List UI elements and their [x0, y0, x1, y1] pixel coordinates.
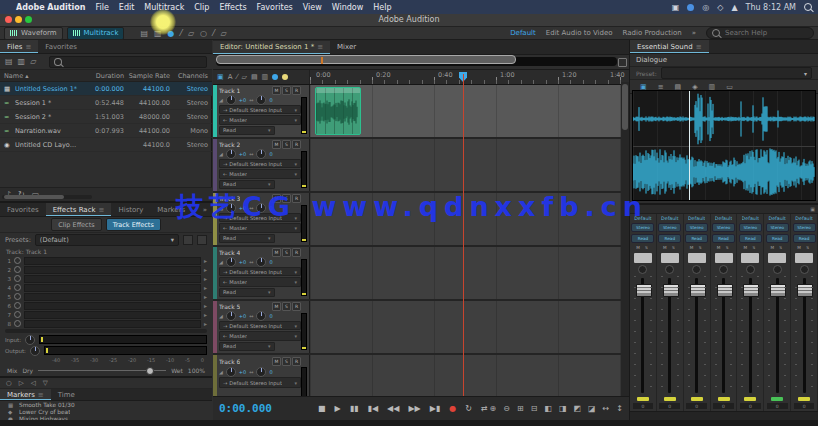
- help-search-input[interactable]: [723, 28, 807, 38]
- strip-automation-button[interactable]: Read: [766, 234, 789, 243]
- fast-forward-button[interactable]: ▶▶: [408, 404, 420, 413]
- strip-mode-button[interactable]: Stereo: [766, 223, 789, 232]
- strip-fader[interactable]: [630, 276, 656, 395]
- workspace-default[interactable]: Default: [510, 29, 536, 37]
- track-output-select[interactable]: ←Master▾: [219, 223, 301, 232]
- output-gain-knob[interactable]: [30, 346, 40, 356]
- strip-knob[interactable]: [800, 265, 809, 274]
- pan-knob[interactable]: [256, 257, 266, 267]
- move-tool-icon[interactable]: ▤: [140, 29, 148, 38]
- track-effects-button[interactable]: Track Effects: [106, 218, 161, 231]
- save-preset-icon[interactable]: [183, 235, 193, 245]
- razor-icon[interactable]: ⁄: [236, 73, 237, 81]
- zoom-out-amplitude-button[interactable]: ⊟: [531, 404, 538, 413]
- strip-mute-solo[interactable]: M S: [717, 245, 731, 251]
- strip-pan-control[interactable]: [688, 253, 706, 263]
- text-tool-icon[interactable]: A: [228, 73, 233, 81]
- fader-handle[interactable]: [690, 284, 706, 297]
- fader-handle[interactable]: [636, 284, 652, 297]
- zoom-out-time-button[interactable]: ⊖: [503, 404, 510, 413]
- track-input-select[interactable]: →Default Stereo Input▾: [219, 377, 301, 388]
- volume-knob[interactable]: [226, 203, 236, 213]
- pause-button[interactable]: ▮▮: [350, 404, 359, 413]
- menubar-clock[interactable]: Thu 8:12 AM: [746, 3, 796, 12]
- marker-row[interactable]: ◆ Lower Cry of beat: [0, 408, 212, 415]
- track-header[interactable]: Track 3 MSR ◢ +0 ↔ 0 →Default Stereo Inp…: [213, 193, 310, 245]
- strip-fader[interactable]: [737, 276, 763, 395]
- fader-handle[interactable]: [743, 284, 759, 297]
- mix-slider[interactable]: [38, 370, 166, 371]
- track-output-select[interactable]: ←Master▾: [219, 169, 301, 178]
- delete-preset-icon[interactable]: [197, 235, 207, 245]
- pan-knob[interactable]: [256, 149, 266, 159]
- time-selection-tool-icon[interactable]: ⁄: [181, 29, 182, 38]
- track-input-select[interactable]: →Default Stereo Input▾: [219, 105, 301, 114]
- zoom-selection-button[interactable]: ◩: [573, 404, 581, 413]
- tab-time[interactable]: Time: [51, 389, 82, 400]
- files-column-headers[interactable]: Name ▴ Duration Sample Rate Channels: [0, 70, 212, 82]
- stop-button[interactable]: ■: [318, 404, 326, 413]
- track-lane[interactable]: [310, 139, 629, 191]
- playhead-line[interactable]: [463, 74, 464, 396]
- effect-slot[interactable]: 3▸: [0, 274, 212, 283]
- effect-slot[interactable]: 8▸: [0, 319, 212, 328]
- record-arm-button[interactable]: R: [292, 248, 301, 257]
- track-lane[interactable]: [310, 193, 629, 245]
- strip-mute-solo[interactable]: M S: [744, 245, 758, 251]
- track-lane[interactable]: [310, 247, 629, 299]
- menu-effects[interactable]: Effects: [219, 3, 246, 12]
- power-icon[interactable]: [14, 266, 21, 273]
- time-display-icon[interactable]: ▣: [217, 73, 224, 81]
- strip-pan-control[interactable]: [715, 253, 733, 263]
- metronome-icon[interactable]: [282, 74, 288, 80]
- multitrack-view-button[interactable]: Multitrack: [67, 27, 125, 40]
- strip-automation-button[interactable]: Read: [712, 234, 735, 243]
- panel-menu-icon[interactable]: ≡: [25, 43, 31, 51]
- solo-button[interactable]: S: [282, 248, 291, 257]
- import-file-icon[interactable]: ▤: [5, 57, 13, 66]
- tab-mixer[interactable]: Mixer: [330, 41, 363, 54]
- pan-knob[interactable]: [256, 203, 266, 213]
- automation-mode-select[interactable]: Read▾: [219, 126, 275, 135]
- file-row[interactable]: ≈ Session 2 * 1:51.003 48000.00 Stereo: [0, 110, 212, 124]
- strip-pan-control[interactable]: [741, 253, 759, 263]
- power-icon[interactable]: [14, 320, 21, 327]
- volume-knob[interactable]: [226, 257, 236, 267]
- move-next-button[interactable]: ▶▮: [430, 404, 441, 413]
- solo-button[interactable]: S: [282, 86, 291, 95]
- automation-mode-select[interactable]: Read▾: [219, 180, 275, 189]
- new-file-icon[interactable]: ▥: [18, 57, 26, 66]
- record-arm-button[interactable]: R: [292, 357, 301, 366]
- status-airplay-icon[interactable]: ◇: [717, 3, 723, 12]
- strip-mode-button[interactable]: Stereo: [793, 223, 816, 232]
- snap-icon[interactable]: ▥: [262, 73, 269, 81]
- track-input-select[interactable]: →Default Stereo Input▾: [219, 267, 301, 276]
- navigator-visible-range[interactable]: [216, 55, 516, 64]
- menu-edit[interactable]: Edit: [119, 3, 135, 12]
- razor-tool-icon[interactable]: ▥: [154, 29, 162, 38]
- strip-input-label[interactable]: Default: [795, 216, 813, 223]
- file-row[interactable]: ≈ Narration.wav 0:07.993 44100.00 Mono: [0, 124, 212, 138]
- panel-corner-icon[interactable]: ▣: [810, 206, 815, 212]
- spotlight-icon[interactable]: [804, 3, 812, 11]
- solo-button[interactable]: S: [282, 194, 291, 203]
- automation-mode-select[interactable]: Read▾: [219, 288, 275, 297]
- strip-pan-control[interactable]: [795, 253, 813, 263]
- mute-button[interactable]: M: [272, 194, 281, 203]
- tracks-vertical-scrollbar[interactable]: [621, 82, 629, 396]
- tab-favorites[interactable]: Favorites: [38, 40, 84, 53]
- strip-knob[interactable]: [638, 265, 647, 274]
- strip-automation-button[interactable]: Read: [793, 234, 816, 243]
- power-icon[interactable]: [14, 257, 21, 264]
- status-circle-icon[interactable]: ◎: [702, 3, 709, 12]
- strip-mute-solo[interactable]: M S: [770, 245, 784, 251]
- fader-handle[interactable]: [797, 284, 813, 297]
- track-header[interactable]: Track 2 MSR ◢ +0 ↔ 0 →Default Stereo Inp…: [213, 139, 310, 191]
- strip-input-label[interactable]: Default: [715, 216, 733, 223]
- essential-preset-select[interactable]: ▾: [661, 67, 812, 79]
- track-input-select[interactable]: →Default Stereo Input▾: [219, 213, 301, 222]
- menu-multitrack[interactable]: Multitrack: [144, 3, 184, 12]
- zoom-in-time-button[interactable]: ⊕: [490, 404, 497, 413]
- play-button[interactable]: ▶: [335, 404, 341, 413]
- add-marker-icon[interactable]: ○: [6, 379, 12, 387]
